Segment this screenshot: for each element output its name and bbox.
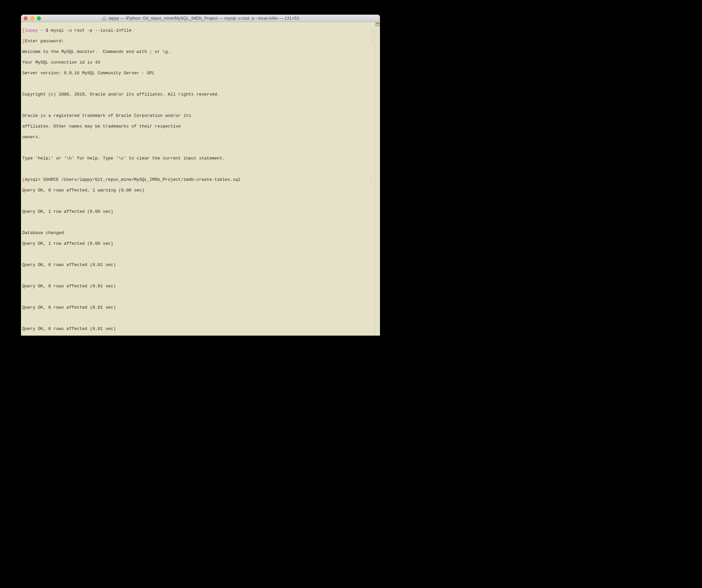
output-line: Query OK, 0 rows affected (0.01 sec) [22,326,373,332]
output-line [22,166,373,172]
output-line [22,273,373,278]
window-title: lappy — IPython: Git_repos_mine/MySQL_IM… [109,16,299,21]
mysql-source-line: [mysql> SOURCE /Users/lappy/Git_repos_mi… [22,177,373,183]
output-line: Your MySQL connection id is 43 [22,60,373,65]
bracket-close: ] [370,28,373,33]
bracket-open: [ [22,177,25,182]
mysql-prompt: mysql> [25,177,43,182]
bracket-open: [ [22,39,25,43]
prompt-dollar: $ [45,28,48,33]
output-line: Type 'help;' or '\h' for help. Type '\c'… [22,156,373,161]
output-line: Oracle is a registered trademark of Orac… [22,113,373,119]
output-line: Query OK, 0 rows affected (0.01 sec) [22,284,373,289]
output-line [22,81,373,87]
output-line: owners. [22,134,373,140]
output-line: Query OK, 0 rows affected, 1 warning (0.… [22,188,373,193]
terminal-window: lappy — IPython: Git_repos_mine/MySQL_IM… [21,15,380,336]
traffic-lights [24,16,41,20]
home-icon [102,16,107,20]
output-line: Query OK, 1 row affected (0.00 sec) [22,241,373,246]
output-line: [Enter password:] [22,39,373,44]
terminal-body[interactable]: [lappy ~ $ mysql -u root -p --local-infi… [21,22,375,336]
output-line [22,103,373,108]
svg-rect-1 [376,23,379,24]
output-line: Server version: 8.0.16 MySQL Community S… [22,71,373,76]
output-line: Query OK, 0 rows affected (0.02 sec) [22,262,373,268]
output-line [22,316,373,321]
minimize-button[interactable] [30,16,34,20]
output-line: Query OK, 1 row affected (0.00 sec) [22,209,373,214]
output-line: Welcome to the MySQL monitor. Commands e… [22,49,373,54]
alt-screen-toggle-icon[interactable] [375,22,380,26]
window-title-wrap: lappy — IPython: Git_repos_mine/MySQL_IM… [21,16,380,21]
titlebar[interactable]: lappy — IPython: Git_repos_mine/MySQL_IM… [21,15,380,22]
output-line: Copyright (c) 2000, 2019, Oracle and/or … [22,92,373,97]
output-line: affiliates. Other names may be trademark… [22,124,373,129]
output-line [22,199,373,204]
close-button[interactable] [24,16,28,20]
terminal-body-wrap: [lappy ~ $ mysql -u root -p --local-infi… [21,22,380,336]
mysql-source-command: SOURCE /Users/lappy/Git_repos_mine/MySQL… [43,177,240,182]
output-line [22,220,373,225]
output-line [22,252,373,257]
bracket-close: ] [370,39,373,44]
output-line [22,145,373,150]
prompt-line: [lappy ~ $ mysql -u root -p --local-infi… [22,28,373,33]
shell-command: mysql -u root -p --local-infile [48,28,132,33]
output-line [22,294,373,300]
output-line: Query OK, 0 rows affected (0.01 sec) [22,305,373,310]
bracket-open: [ [22,28,25,33]
scrollbar[interactable] [375,22,380,336]
prompt-user-host: lappy ~ [25,28,45,33]
bracket-close: ] [370,177,373,183]
output-line: Database changed [22,230,373,236]
zoom-button[interactable] [37,16,41,20]
